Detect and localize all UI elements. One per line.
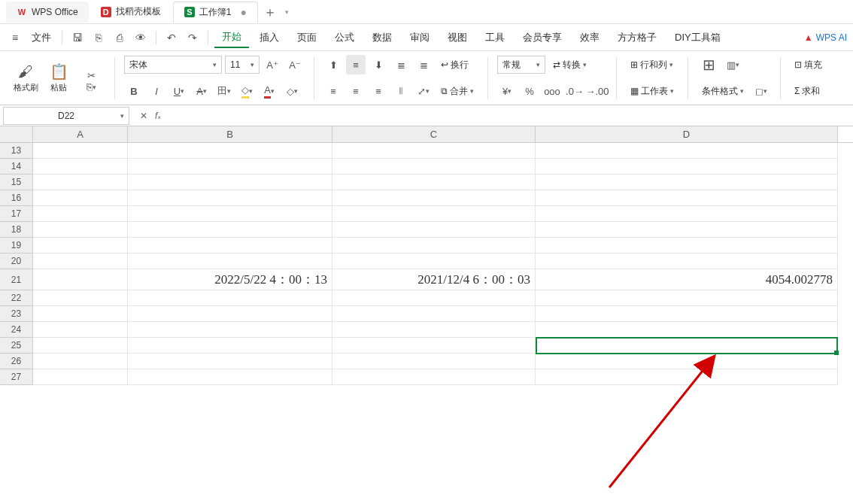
- cell-D16[interactable]: [536, 190, 838, 206]
- row-header[interactable]: 26: [0, 354, 33, 369]
- col-header-C[interactable]: C: [332, 126, 536, 142]
- app-tab[interactable]: W WPS Office: [6, 2, 89, 23]
- cell-C23[interactable]: [332, 306, 536, 322]
- paste-button[interactable]: 📋粘贴: [44, 62, 74, 93]
- tab-menu-icon[interactable]: ▾: [285, 8, 289, 16]
- cell-B24[interactable]: [128, 322, 332, 338]
- row-header[interactable]: 23: [0, 306, 33, 322]
- col-header-A[interactable]: A: [33, 126, 128, 142]
- template-tab[interactable]: D 找稻壳模板: [90, 2, 172, 23]
- cell-A17[interactable]: [33, 206, 128, 222]
- cell-C20[interactable]: [332, 254, 536, 269]
- row-header[interactable]: 18: [0, 222, 33, 238]
- cell-A13[interactable]: [33, 143, 128, 159]
- menu-view[interactable]: 视图: [440, 28, 475, 47]
- undo-icon[interactable]: ↶: [162, 29, 181, 47]
- cell-B14[interactable]: [128, 159, 332, 175]
- cell-B13[interactable]: [128, 143, 332, 159]
- align-bottom-icon[interactable]: ⬇: [369, 55, 388, 74]
- preview-icon[interactable]: 👁: [132, 29, 150, 47]
- export-icon[interactable]: ⎘: [90, 29, 108, 47]
- decrease-decimal-icon[interactable]: .0→: [565, 81, 584, 101]
- cell-D24[interactable]: [536, 322, 838, 338]
- row-header[interactable]: 22: [0, 290, 33, 306]
- menu-formula[interactable]: 公式: [327, 28, 362, 47]
- wrap-text-button[interactable]: ↩换行: [436, 57, 473, 73]
- cell-C24[interactable]: [332, 322, 536, 338]
- cell-D13[interactable]: [536, 143, 838, 159]
- name-box[interactable]: D22 ▾: [3, 107, 129, 125]
- cell-B21[interactable]: 2022/5/22 4：00：13: [128, 269, 332, 290]
- cell-B22[interactable]: [128, 290, 332, 306]
- underline-icon[interactable]: U▾: [169, 81, 189, 101]
- row-header[interactable]: 24: [0, 322, 33, 338]
- cell-C16[interactable]: [332, 190, 536, 206]
- cell-C25[interactable]: [332, 338, 536, 354]
- hamburger-icon[interactable]: ≡: [6, 29, 24, 47]
- cell-A22[interactable]: [33, 290, 128, 306]
- cell-A16[interactable]: [33, 190, 128, 206]
- sum-button[interactable]: Σ求和: [790, 83, 824, 99]
- increase-font-icon[interactable]: A⁺: [263, 55, 282, 74]
- merge-button[interactable]: ⧉合并▾: [436, 83, 478, 99]
- cell-A26[interactable]: [33, 354, 128, 369]
- formula-input-area[interactable]: ✕ fₓ: [132, 111, 853, 121]
- cell-A27[interactable]: [33, 369, 128, 385]
- row-header[interactable]: 20: [0, 254, 33, 269]
- menu-diy[interactable]: DIY工具箱: [667, 28, 728, 47]
- cell-D15[interactable]: [536, 175, 838, 190]
- redo-icon[interactable]: ↷: [184, 29, 202, 47]
- indent-right-icon[interactable]: ≣: [414, 55, 433, 74]
- cancel-icon[interactable]: ✕: [140, 111, 147, 121]
- cell-A19[interactable]: [33, 238, 128, 254]
- indent-left-icon[interactable]: ≣: [391, 55, 411, 74]
- fill-color-icon[interactable]: ◇▾: [237, 81, 257, 101]
- menu-page[interactable]: 页面: [290, 28, 324, 47]
- bold-icon[interactable]: B: [124, 81, 144, 101]
- cell-B27[interactable]: [128, 369, 332, 385]
- print-icon[interactable]: ⎙: [111, 29, 129, 47]
- worksheet-button[interactable]: ▦工作表▾: [626, 83, 678, 99]
- align-top-icon[interactable]: ⬆: [323, 55, 343, 74]
- number-format-select[interactable]: 常规▾: [497, 56, 545, 74]
- cell-B20[interactable]: [128, 254, 332, 269]
- save-icon[interactable]: 🖫: [68, 29, 87, 47]
- cell-C17[interactable]: [332, 206, 536, 222]
- row-header[interactable]: 19: [0, 238, 33, 254]
- rowcol-button[interactable]: ⊞行和列▾: [626, 57, 678, 73]
- font-size-select[interactable]: 11▾: [225, 56, 260, 74]
- menu-member[interactable]: 会员专享: [515, 28, 569, 47]
- cell-D22[interactable]: [536, 290, 838, 306]
- cell-D19[interactable]: [536, 238, 838, 254]
- orientation-icon[interactable]: ⤢▾: [414, 81, 433, 101]
- cell-C18[interactable]: [332, 222, 536, 238]
- menu-ffgz[interactable]: 方方格子: [610, 28, 664, 47]
- new-tab-button[interactable]: ＋: [260, 2, 281, 23]
- cell-C26[interactable]: [332, 354, 536, 369]
- cell-B25[interactable]: [128, 338, 332, 354]
- cell-B23[interactable]: [128, 306, 332, 322]
- cut-icon[interactable]: ✂: [81, 70, 101, 81]
- cell-D20[interactable]: [536, 254, 838, 269]
- italic-icon[interactable]: I: [147, 81, 166, 101]
- spreadsheet-grid[interactable]: A B C D 1314151617181920212022/5/22 4：00…: [0, 126, 853, 385]
- align-left-icon[interactable]: ≡: [323, 81, 343, 101]
- menu-home[interactable]: 开始: [214, 27, 249, 48]
- cell-D18[interactable]: [536, 222, 838, 238]
- format-painter-button[interactable]: 🖌格式刷: [11, 63, 41, 93]
- row-header[interactable]: 25: [0, 338, 33, 354]
- workbook-tab[interactable]: S 工作簿1 ●: [173, 2, 258, 23]
- align-middle-icon[interactable]: ≡: [346, 55, 366, 74]
- menu-review[interactable]: 审阅: [402, 28, 437, 47]
- col-header-D[interactable]: D: [536, 126, 838, 142]
- decrease-font-icon[interactable]: A⁻: [285, 55, 305, 74]
- clear-format-icon[interactable]: ◇▾: [282, 81, 302, 101]
- wps-ai-button[interactable]: ▲ WPS AI: [804, 32, 847, 43]
- align-right-icon[interactable]: ≡: [369, 81, 388, 101]
- cell-B26[interactable]: [128, 354, 332, 369]
- cell-style-icon[interactable]: ▥▾: [723, 55, 742, 74]
- row-header[interactable]: 15: [0, 175, 33, 190]
- cell-C19[interactable]: [332, 238, 536, 254]
- cell-B18[interactable]: [128, 222, 332, 238]
- cell-D23[interactable]: [536, 306, 838, 322]
